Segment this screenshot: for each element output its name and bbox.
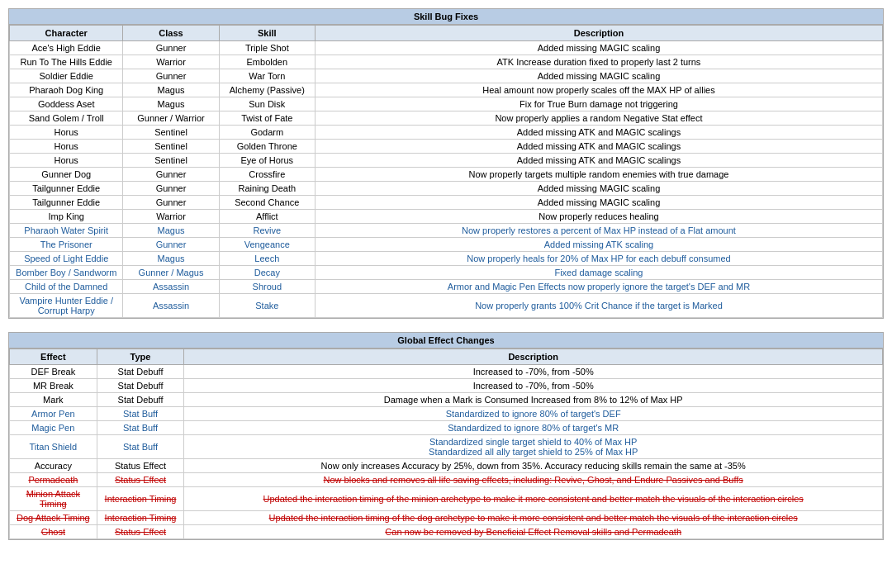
skill-desc-cell: Armor and Magic Pen Effects now properly… xyxy=(315,280,882,294)
skill-class-cell: Warrior xyxy=(123,55,219,69)
global-type-cell: Interaction Timing xyxy=(97,487,184,511)
skill-class-cell: Assassin xyxy=(123,294,219,318)
global-effect-cell: Dog Attack Timing xyxy=(10,511,97,525)
global-effect-cell: Magic Pen xyxy=(10,421,97,435)
skill-skill-cell: Eye of Horus xyxy=(219,154,315,168)
global-desc-cell: Increased to -70%, from -50% xyxy=(184,365,883,379)
global-effect-section: Global Effect Changes Effect Type Descri… xyxy=(8,332,884,540)
global-type-cell: Stat Buff xyxy=(97,435,184,459)
skill-char-cell: The Prisoner xyxy=(10,238,123,252)
global-desc-cell: Now only increases Accuracy by 25%, down… xyxy=(184,459,883,473)
global-desc-cell: Updated the interaction timing of the do… xyxy=(184,511,883,525)
skill-class-cell: Gunner / Warrior xyxy=(123,111,219,126)
skill-col-class: Class xyxy=(123,26,219,41)
global-effect-cell: DEF Break xyxy=(10,365,97,379)
global-effect-cell: Mark xyxy=(10,393,97,407)
skill-table: Character Class Skill Description Ace's … xyxy=(9,25,883,318)
global-type-cell: Stat Debuff xyxy=(97,379,184,393)
skill-skill-cell: Embolden xyxy=(219,55,315,69)
skill-char-cell: Run To The Hills Eddie xyxy=(10,55,123,69)
skill-char-cell: Soldier Eddie xyxy=(10,69,123,83)
skill-char-cell: Child of the Damned xyxy=(10,280,123,294)
skill-class-cell: Gunner xyxy=(123,182,219,196)
skill-class-cell: Magus xyxy=(123,97,219,111)
skill-skill-cell: Shroud xyxy=(219,280,315,294)
skill-class-cell: Sentinel xyxy=(123,140,219,154)
skill-skill-cell: Twist of Fate xyxy=(219,111,315,126)
global-effect-cell: Permadeath xyxy=(10,473,97,487)
skill-class-cell: Gunner xyxy=(123,168,219,182)
skill-class-cell: Magus xyxy=(123,252,219,266)
skill-desc-cell: Now properly restores a percent of Max H… xyxy=(315,224,882,238)
skill-desc-cell: Added missing ATK and MAGIC scalings xyxy=(315,154,882,168)
global-col-type: Type xyxy=(97,349,184,365)
skill-desc-cell: Added missing MAGIC scaling xyxy=(315,182,882,196)
skill-section-title: Skill Bug Fixes xyxy=(9,9,883,25)
skill-skill-cell: Crossfire xyxy=(219,168,315,182)
skill-char-cell: Tailgunner Eddie xyxy=(10,182,123,196)
skill-col-skill: Skill xyxy=(219,26,315,41)
skill-desc-cell: Now properly reduces healing xyxy=(315,210,882,224)
skill-desc-cell: Now properly targets multiple random ene… xyxy=(315,168,882,182)
global-type-cell: Status Effect xyxy=(97,459,184,473)
global-type-cell: Stat Buff xyxy=(97,421,184,435)
skill-char-cell: Imp King xyxy=(10,210,123,224)
global-desc-cell: Damage when a Mark is Consumed Increased… xyxy=(184,393,883,407)
skill-class-cell: Assassin xyxy=(123,280,219,294)
skill-desc-cell: Added missing MAGIC scaling xyxy=(315,69,882,83)
global-desc-cell: Standardized to ignore 80% of target's M… xyxy=(184,421,883,435)
skill-class-cell: Sentinel xyxy=(123,154,219,168)
skill-skill-cell: Leech xyxy=(219,252,315,266)
skill-char-cell: Pharaoh Water Spirit xyxy=(10,224,123,238)
skill-class-cell: Magus xyxy=(123,224,219,238)
global-desc-cell: Can now be removed by Beneficial Effect … xyxy=(184,525,883,539)
global-effect-cell: Armor Pen xyxy=(10,407,97,421)
global-type-cell: Stat Debuff xyxy=(97,393,184,407)
global-effect-cell: MR Break xyxy=(10,379,97,393)
skill-desc-cell: Fix for True Burn damage not triggering xyxy=(315,97,882,111)
global-desc-cell: Now blocks and removes all life saving e… xyxy=(184,473,883,487)
global-desc-cell: Increased to -70%, from -50% xyxy=(184,379,883,393)
skill-skill-cell: Sun Disk xyxy=(219,97,315,111)
skill-char-cell: Bomber Boy / Sandworm xyxy=(10,266,123,280)
global-desc-cell: Updated the interaction timing of the mi… xyxy=(184,487,883,511)
skill-char-cell: Speed of Light Eddie xyxy=(10,252,123,266)
skill-desc-cell: Heal amount now properly scales off the … xyxy=(315,83,882,97)
global-desc-cell: Standardized to ignore 80% of target's D… xyxy=(184,407,883,421)
skill-skill-cell: Godarm xyxy=(219,126,315,140)
skill-desc-cell: Added missing ATK and MAGIC scalings xyxy=(315,126,882,140)
skill-class-cell: Magus xyxy=(123,83,219,97)
global-effect-cell: Accuracy xyxy=(10,459,97,473)
skill-desc-cell: Now properly heals for 20% of Max HP for… xyxy=(315,252,882,266)
skill-class-cell: Gunner / Magus xyxy=(123,266,219,280)
global-table: Effect Type Description DEF BreakStat De… xyxy=(9,349,883,539)
skill-skill-cell: Second Chance xyxy=(219,196,315,210)
skill-skill-cell: Decay xyxy=(219,266,315,280)
global-col-effect: Effect xyxy=(10,349,97,365)
skill-skill-cell: Stake xyxy=(219,294,315,318)
global-type-cell: Interaction Timing xyxy=(97,511,184,525)
global-col-desc: Description xyxy=(184,349,883,365)
global-effect-cell: Minion Attack Timing xyxy=(10,487,97,511)
skill-skill-cell: Vengeance xyxy=(219,238,315,252)
skill-skill-cell: War Torn xyxy=(219,69,315,83)
skill-desc-cell: Added missing MAGIC scaling xyxy=(315,196,882,210)
global-effect-cell: Titan Shield xyxy=(10,435,97,459)
skill-desc-cell: Now properly grants 100% Crit Chance if … xyxy=(315,294,882,318)
skill-char-cell: Sand Golem / Troll xyxy=(10,111,123,126)
global-effect-cell: Ghost xyxy=(10,525,97,539)
skill-class-cell: Gunner xyxy=(123,196,219,210)
skill-desc-cell: Added missing MAGIC scaling xyxy=(315,41,882,55)
skill-class-cell: Warrior xyxy=(123,210,219,224)
global-type-cell: Status Effect xyxy=(97,525,184,539)
skill-col-char: Character xyxy=(10,26,123,41)
skill-skill-cell: Revive xyxy=(219,224,315,238)
skill-class-cell: Gunner xyxy=(123,41,219,55)
global-type-cell: Stat Buff xyxy=(97,407,184,421)
skill-char-cell: Vampire Hunter Eddie / Corrupt Harpy xyxy=(10,294,123,318)
skill-skill-cell: Afflict xyxy=(219,210,315,224)
skill-bug-fixes-section: Skill Bug Fixes Character Class Skill De… xyxy=(8,8,884,319)
skill-char-cell: Horus xyxy=(10,126,123,140)
skill-desc-cell: Now properly applies a random Negative S… xyxy=(315,111,882,126)
skill-class-cell: Gunner xyxy=(123,69,219,83)
